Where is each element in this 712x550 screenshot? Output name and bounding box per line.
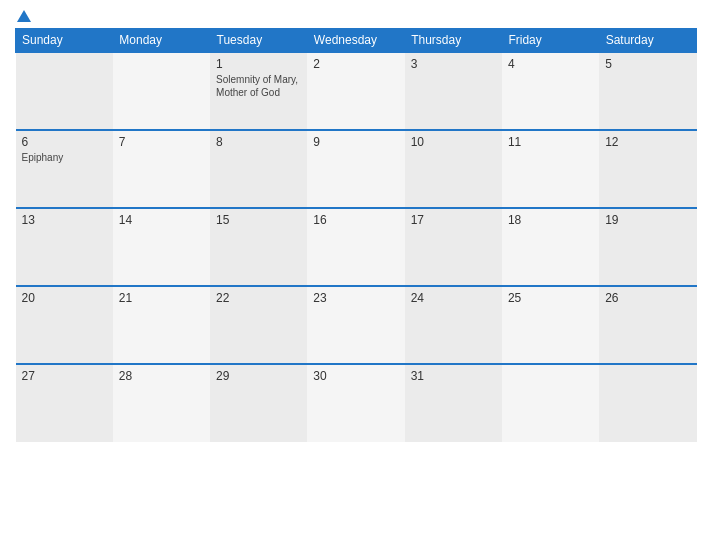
day-number: 21 [119, 291, 204, 305]
weekday-header-thursday: Thursday [405, 29, 502, 53]
calendar-header [15, 10, 697, 22]
day-number: 10 [411, 135, 496, 149]
day-number: 1 [216, 57, 301, 71]
weekday-header-wednesday: Wednesday [307, 29, 404, 53]
day-number: 16 [313, 213, 398, 227]
day-number: 27 [22, 369, 107, 383]
weekday-header-friday: Friday [502, 29, 599, 53]
calendar-cell: 19 [599, 208, 696, 286]
calendar-cell: 11 [502, 130, 599, 208]
day-number: 2 [313, 57, 398, 71]
event-label: Solemnity of Mary, Mother of God [216, 73, 301, 99]
calendar-cell: 22 [210, 286, 307, 364]
calendar-cell: 27 [16, 364, 113, 442]
calendar-cell: 20 [16, 286, 113, 364]
day-number: 11 [508, 135, 593, 149]
calendar-cell: 5 [599, 52, 696, 130]
calendar-cell: 14 [113, 208, 210, 286]
day-number: 6 [22, 135, 107, 149]
day-number: 17 [411, 213, 496, 227]
calendar-cell: 10 [405, 130, 502, 208]
day-number: 29 [216, 369, 301, 383]
calendar-week-row: 2728293031 [16, 364, 697, 442]
calendar-cell: 6Epiphany [16, 130, 113, 208]
calendar-cell: 4 [502, 52, 599, 130]
day-number: 19 [605, 213, 690, 227]
calendar-header-row: SundayMondayTuesdayWednesdayThursdayFrid… [16, 29, 697, 53]
day-number: 24 [411, 291, 496, 305]
day-number: 18 [508, 213, 593, 227]
calendar-week-row: 13141516171819 [16, 208, 697, 286]
logo-triangle-icon [17, 10, 31, 22]
calendar-cell: 30 [307, 364, 404, 442]
calendar-cell: 31 [405, 364, 502, 442]
weekday-header-row: SundayMondayTuesdayWednesdayThursdayFrid… [16, 29, 697, 53]
calendar-cell: 2 [307, 52, 404, 130]
day-number: 4 [508, 57, 593, 71]
day-number: 22 [216, 291, 301, 305]
day-number: 28 [119, 369, 204, 383]
weekday-header-tuesday: Tuesday [210, 29, 307, 53]
weekday-header-sunday: Sunday [16, 29, 113, 53]
day-number: 31 [411, 369, 496, 383]
day-number: 20 [22, 291, 107, 305]
weekday-header-saturday: Saturday [599, 29, 696, 53]
calendar-cell: 9 [307, 130, 404, 208]
calendar-cell: 25 [502, 286, 599, 364]
calendar-week-row: 6Epiphany789101112 [16, 130, 697, 208]
day-number: 26 [605, 291, 690, 305]
calendar-cell: 18 [502, 208, 599, 286]
calendar-cell: 7 [113, 130, 210, 208]
calendar-cell: 13 [16, 208, 113, 286]
day-number: 7 [119, 135, 204, 149]
calendar-cell: 24 [405, 286, 502, 364]
event-label: Epiphany [22, 151, 107, 164]
calendar-cell [599, 364, 696, 442]
calendar-cell: 12 [599, 130, 696, 208]
day-number: 23 [313, 291, 398, 305]
day-number: 9 [313, 135, 398, 149]
day-number: 30 [313, 369, 398, 383]
calendar-cell [113, 52, 210, 130]
calendar-cell: 26 [599, 286, 696, 364]
calendar-cell [16, 52, 113, 130]
day-number: 14 [119, 213, 204, 227]
calendar-table: SundayMondayTuesdayWednesdayThursdayFrid… [15, 28, 697, 442]
calendar-cell: 1Solemnity of Mary, Mother of God [210, 52, 307, 130]
calendar-week-row: 20212223242526 [16, 286, 697, 364]
day-number: 25 [508, 291, 593, 305]
calendar-cell: 17 [405, 208, 502, 286]
weekday-header-monday: Monday [113, 29, 210, 53]
calendar-week-row: 1Solemnity of Mary, Mother of God2345 [16, 52, 697, 130]
calendar-cell: 23 [307, 286, 404, 364]
day-number: 13 [22, 213, 107, 227]
calendar-cell [502, 364, 599, 442]
calendar-cell: 28 [113, 364, 210, 442]
calendar-cell: 15 [210, 208, 307, 286]
calendar-cell: 29 [210, 364, 307, 442]
day-number: 3 [411, 57, 496, 71]
calendar-cell: 21 [113, 286, 210, 364]
calendar-cell: 3 [405, 52, 502, 130]
day-number: 15 [216, 213, 301, 227]
calendar-cell: 8 [210, 130, 307, 208]
calendar-body: 1Solemnity of Mary, Mother of God23456Ep… [16, 52, 697, 442]
day-number: 12 [605, 135, 690, 149]
day-number: 8 [216, 135, 301, 149]
calendar-cell: 16 [307, 208, 404, 286]
calendar-page: SundayMondayTuesdayWednesdayThursdayFrid… [0, 0, 712, 550]
logo [15, 10, 31, 22]
day-number: 5 [605, 57, 690, 71]
